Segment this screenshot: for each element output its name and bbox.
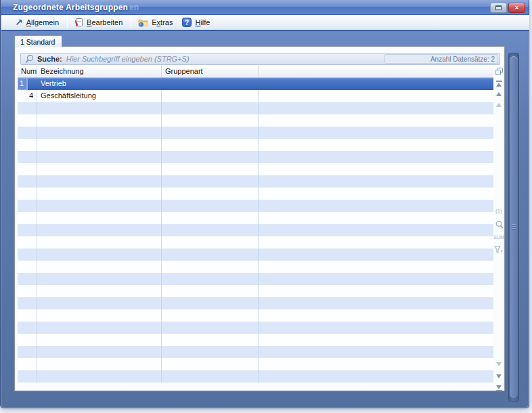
cell-grp [162, 127, 259, 139]
table-row-empty [18, 127, 493, 139]
cell-num [18, 224, 37, 236]
window-title-ghost: en [129, 3, 139, 12]
cell-num [18, 188, 37, 200]
tab-standard[interactable]: 1 Standard [14, 35, 62, 47]
cell-rest [259, 114, 493, 127]
cell-bez [37, 358, 162, 370]
cell-bez [37, 151, 162, 163]
table-row[interactable]: 4Geschäftsleitung [18, 90, 493, 102]
zoom-search-icon[interactable] [492, 220, 506, 230]
table-row-empty [18, 309, 493, 322]
column-header-empty [259, 66, 493, 77]
cell-num [18, 200, 37, 212]
table-row[interactable]: 1Vertrieb [18, 78, 493, 90]
cell-grp [162, 334, 259, 346]
menu-label-bearbeiten: Bearbeiten [87, 18, 123, 26]
menu-label-hilfe: Hilfe [195, 18, 210, 26]
cell-grp [162, 78, 259, 90]
cell-rest [259, 163, 493, 175]
cell-num: 1 [18, 78, 37, 90]
copy-icon[interactable] [492, 67, 506, 76]
tab-label: 1 Standard [20, 38, 55, 46]
maximize-button[interactable] [490, 3, 507, 13]
column-header-bezeichnung[interactable]: Bezeichnung [37, 66, 162, 77]
cell-grp [162, 188, 259, 200]
menu-bar: ↗ Allgemein Bearbeiten Extras [1, 15, 529, 31]
table-row-empty [18, 102, 493, 114]
cell-rest [259, 90, 493, 102]
scroll-page-up-icon[interactable] [492, 92, 506, 96]
cell-bez [37, 334, 162, 346]
cell-num [18, 248, 37, 261]
maximize-icon [495, 5, 502, 10]
svg-text:?: ? [185, 19, 189, 26]
cell-num [18, 236, 37, 248]
edit-page-icon [74, 18, 83, 27]
table-row-empty [18, 212, 493, 224]
scroll-first-icon[interactable] [492, 81, 506, 87]
scroll-down-icon[interactable] [492, 362, 506, 366]
table-row-empty [18, 322, 493, 334]
cell-num [18, 285, 37, 297]
cell-rest [259, 297, 493, 309]
cell-grp [162, 163, 259, 175]
table-row-empty [18, 346, 493, 358]
cell-grp [162, 309, 259, 322]
menu-item-extras[interactable]: Extras [134, 17, 178, 28]
cell-bez [37, 273, 162, 285]
column-header-num[interactable]: Num [18, 66, 37, 77]
cell-rest [259, 322, 493, 334]
cell-rest [259, 175, 493, 188]
record-counter-icon[interactable]: (1) [492, 208, 506, 214]
table-row-empty [18, 370, 493, 383]
title-bar[interactable]: Zugeordnete Arbeitsgruppen en × [1, 0, 529, 15]
cell-rest [259, 224, 493, 236]
scroll-up-icon[interactable] [492, 103, 506, 107]
cell-bez [37, 200, 162, 212]
filter-icon[interactable] [492, 246, 506, 254]
cell-num [18, 346, 37, 358]
menu-label-extras: Extras [152, 18, 173, 26]
menu-separator [131, 17, 131, 28]
menu-item-hilfe[interactable]: ? Hilfe [178, 16, 215, 28]
cell-num [18, 175, 37, 188]
table-row-empty [18, 200, 493, 212]
table-row-empty [18, 139, 493, 151]
table-body: 1Vertrieb4Geschäftsleitung [18, 78, 493, 383]
cell-grp [162, 297, 259, 309]
cell-num: 4 [18, 90, 37, 102]
cell-grp [162, 102, 259, 114]
table-row-empty [18, 151, 493, 163]
close-button[interactable]: × [508, 3, 525, 13]
menu-item-bearbeiten[interactable]: Bearbeiten [70, 16, 128, 28]
table-row-empty [18, 273, 493, 285]
cell-num [18, 114, 37, 127]
menu-label-allgemein: Allgemein [26, 18, 59, 26]
grid-side-toolbar: (1) SUM [492, 66, 506, 391]
vertical-scrollbar[interactable] [508, 53, 519, 401]
table-row-empty [18, 248, 493, 261]
cell-num [18, 309, 37, 322]
cell-num [18, 212, 37, 224]
table-row-empty [18, 188, 493, 200]
search-input[interactable]: Suche: Hier Suchbegriff eingeben (STRG+S… [20, 53, 500, 65]
table-row-empty [18, 285, 493, 297]
scrollbar-thumb[interactable] [510, 56, 518, 398]
cell-grp [162, 322, 259, 334]
cell-bez [37, 114, 162, 127]
sum-icon[interactable]: SUM [492, 235, 506, 240]
table-row-empty [18, 261, 493, 273]
record-count: Anzahl Datensätze: 2 [384, 54, 498, 64]
cell-bez [37, 248, 162, 261]
search-label: Suche: [37, 55, 62, 63]
cell-bez [37, 139, 162, 151]
column-header-gruppenart[interactable]: Gruppenart [162, 66, 259, 77]
menu-item-allgemein[interactable]: ↗ Allgemein [11, 17, 64, 28]
cell-grp [162, 248, 259, 261]
table-row-empty [18, 236, 493, 248]
cell-bez [37, 212, 162, 224]
scroll-page-down-icon[interactable] [492, 374, 506, 378]
cell-num [18, 151, 37, 163]
menu-separator [67, 17, 68, 28]
scroll-last-icon[interactable] [492, 385, 506, 391]
